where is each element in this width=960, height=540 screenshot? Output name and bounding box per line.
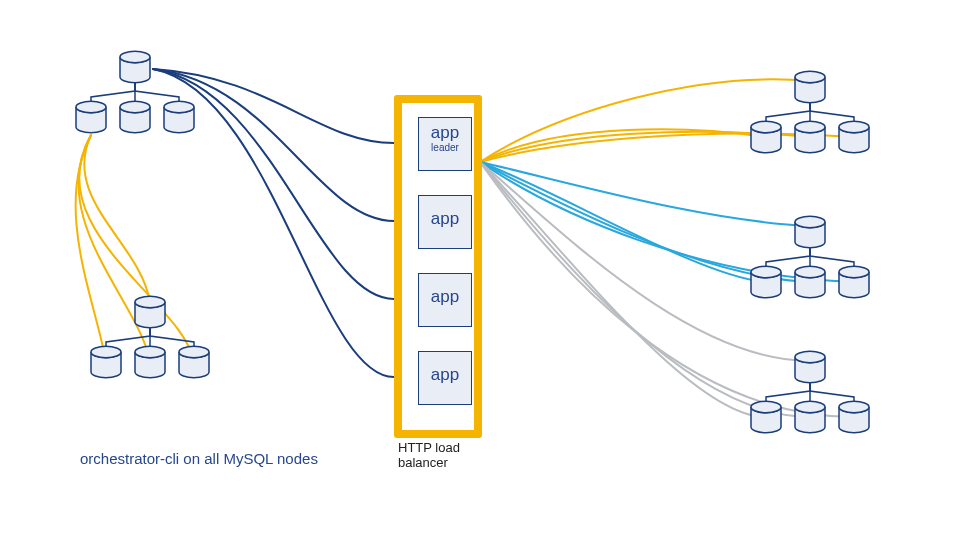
caption-http-lb: HTTP loadbalancer — [398, 440, 460, 470]
svg-point-11 — [839, 121, 869, 132]
app-box-label: app — [419, 352, 471, 385]
svg-point-7 — [179, 346, 209, 357]
app-box-sublabel: leader — [419, 143, 471, 153]
app-box-leader: appleader — [418, 117, 472, 171]
app-box-label: app — [419, 196, 471, 229]
svg-point-1 — [76, 101, 106, 112]
svg-point-3 — [164, 101, 194, 112]
svg-point-8 — [795, 71, 825, 82]
app-box-3: app — [418, 273, 472, 327]
svg-point-13 — [751, 266, 781, 277]
caption-orchestrator-cli: orchestrator-cli on all MySQL nodes — [80, 450, 318, 467]
app-box-4: app — [418, 351, 472, 405]
svg-point-9 — [751, 121, 781, 132]
app-box-label: app — [419, 274, 471, 307]
app-box-label: app — [419, 118, 471, 143]
svg-point-18 — [795, 401, 825, 412]
svg-point-15 — [839, 266, 869, 277]
svg-point-17 — [751, 401, 781, 412]
svg-point-14 — [795, 266, 825, 277]
svg-point-10 — [795, 121, 825, 132]
svg-point-2 — [120, 101, 150, 112]
svg-point-16 — [795, 351, 825, 362]
app-box-2: app — [418, 195, 472, 249]
svg-point-19 — [839, 401, 869, 412]
svg-point-12 — [795, 216, 825, 227]
svg-point-6 — [135, 346, 165, 357]
svg-point-0 — [120, 51, 150, 62]
svg-point-5 — [91, 346, 121, 357]
svg-point-4 — [135, 296, 165, 307]
